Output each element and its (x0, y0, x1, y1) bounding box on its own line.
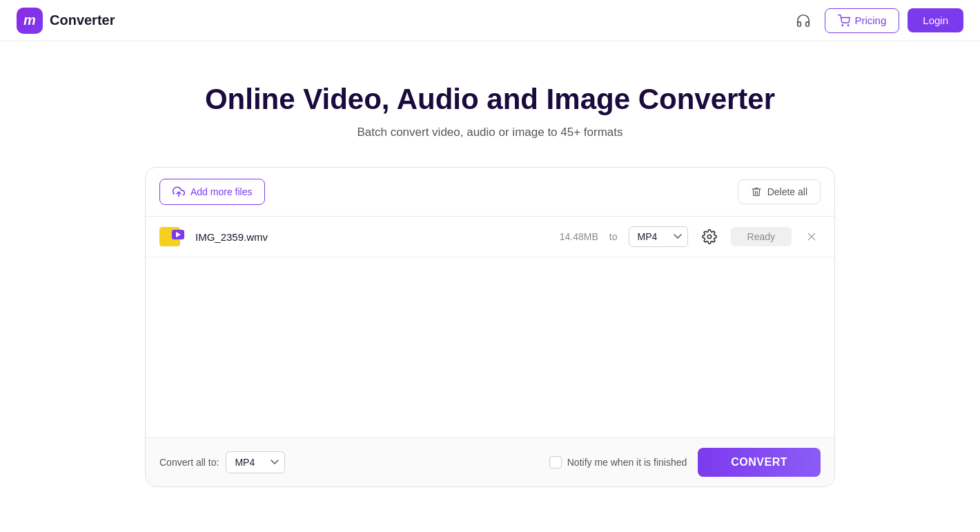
gear-icon (702, 229, 717, 244)
svg-point-1 (848, 25, 850, 26)
file-settings-button[interactable] (699, 226, 720, 247)
header: m Converter Pricing Login (0, 0, 980, 41)
support-button[interactable] (790, 8, 816, 34)
convert-all-label: Convert all to: (159, 457, 219, 468)
hero-subtitle: Batch convert video, audio or image to 4… (357, 126, 623, 139)
file-name: IMG_2359.wmv (195, 231, 549, 243)
trash-icon (751, 186, 762, 197)
file-size: 14.48MB (560, 231, 598, 242)
upload-icon (173, 186, 185, 198)
converter-box: Add more files Delete all (145, 167, 835, 487)
pricing-button[interactable]: Pricing (825, 8, 899, 33)
converter-toolbar: Add more files Delete all (146, 168, 834, 217)
svg-point-0 (842, 25, 843, 26)
app-title: Converter (50, 12, 115, 28)
convert-all-format-select[interactable]: MP4 MP3 AVI MOV MKV WEBM FLV WMV M4V OGG (226, 451, 285, 473)
convert-button[interactable]: CONVERT (698, 448, 821, 477)
header-left: m Converter (17, 8, 115, 34)
footer-right: Notify me when it is finished CONVERT (549, 448, 821, 477)
headset-icon (796, 13, 811, 28)
table-row: IMG_2359.wmv 14.48MB to MP4 MP3 AVI MOV … (146, 217, 834, 257)
footer-left: Convert all to: MP4 MP3 AVI MOV MKV WEBM… (159, 451, 285, 473)
to-label: to (609, 231, 618, 242)
add-files-button[interactable]: Add more files (159, 179, 265, 205)
thumb-play-icon (172, 230, 184, 239)
header-right: Pricing Login (790, 8, 963, 34)
file-thumbnail (159, 227, 184, 246)
converter-footer: Convert all to: MP4 MP3 AVI MOV MKV WEBM… (146, 437, 834, 486)
notify-label[interactable]: Notify me when it is finished (549, 456, 687, 469)
login-button[interactable]: Login (908, 8, 963, 32)
logo-icon: m (17, 8, 43, 34)
delete-all-button[interactable]: Delete all (738, 179, 821, 204)
cart-icon (838, 14, 850, 27)
file-format-select[interactable]: MP4 MP3 AVI MOV MKV WEBM FLV WMV M4V OGG (629, 226, 688, 247)
hero-title: Online Video, Audio and Image Converter (205, 83, 775, 116)
main-content: Online Video, Audio and Image Converter … (0, 41, 980, 504)
remove-file-button[interactable] (803, 228, 821, 246)
status-badge: Ready (731, 227, 792, 246)
file-list: IMG_2359.wmv 14.48MB to MP4 MP3 AVI MOV … (146, 217, 834, 437)
svg-point-3 (707, 235, 712, 239)
notify-checkbox[interactable] (549, 456, 562, 469)
close-icon (805, 230, 818, 243)
